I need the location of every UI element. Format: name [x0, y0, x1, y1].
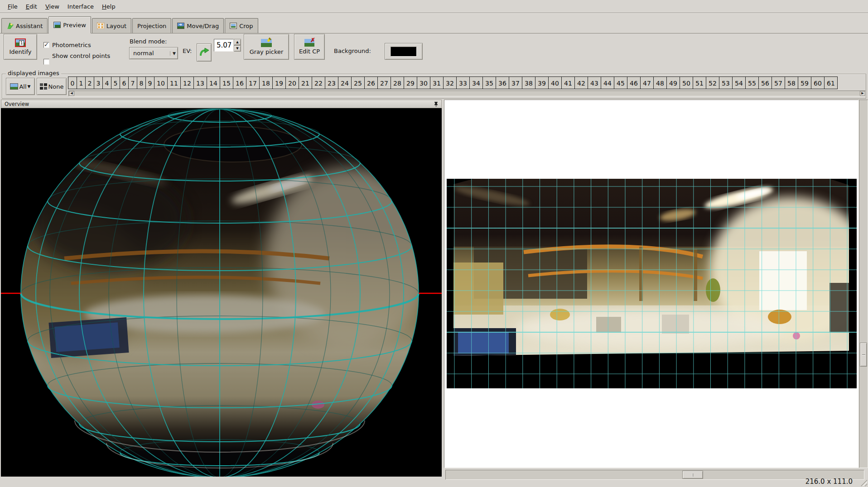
image-toggle-12[interactable]: 12 — [180, 76, 194, 89]
image-toggle-14[interactable]: 14 — [207, 76, 220, 89]
image-toggle-51[interactable]: 51 — [693, 76, 706, 89]
ev-reset-button[interactable] — [197, 43, 212, 62]
ev-spinner[interactable] — [214, 39, 234, 52]
image-toggle-13[interactable]: 13 — [193, 76, 207, 89]
image-strip-scrollbar[interactable]: ◀ ▶ — [68, 91, 866, 96]
image-toggle-40[interactable]: 40 — [548, 76, 562, 89]
image-toggle-47[interactable]: 47 — [640, 76, 654, 89]
preview-panel[interactable] — [444, 100, 859, 468]
show-all-images-button[interactable]: All ▼ — [6, 78, 35, 95]
image-toggle-36[interactable]: 36 — [496, 76, 509, 89]
image-toggle-56[interactable]: 56 — [758, 76, 772, 89]
scroll-left-icon[interactable]: ◀ — [69, 91, 74, 96]
menu-view[interactable]: View — [41, 1, 63, 12]
image-toggle-19[interactable]: 19 — [272, 76, 286, 89]
show-control-points-checkbox[interactable] — [43, 59, 49, 65]
tab-projection[interactable]: Projection — [132, 18, 171, 33]
sphere-overview-canvas[interactable] — [1, 108, 442, 477]
image-toggle-23[interactable]: 23 — [325, 76, 338, 89]
gray-picker-button[interactable]: Gray picker — [244, 34, 289, 60]
image-toggle-44[interactable]: 44 — [601, 76, 614, 89]
image-toggle-3[interactable]: 3 — [94, 76, 103, 89]
image-toggle-30[interactable]: 30 — [417, 76, 430, 89]
edit-cp-button[interactable]: ✗ Edit CP — [294, 34, 325, 60]
show-none-images-button[interactable]: None — [37, 78, 67, 95]
image-toggle-39[interactable]: 39 — [535, 76, 549, 89]
image-toggle-18[interactable]: 18 — [259, 76, 273, 89]
menu-file[interactable]: File — [4, 1, 22, 12]
image-toggle-16[interactable]: 16 — [233, 76, 246, 89]
image-toggle-34[interactable]: 34 — [469, 76, 483, 89]
window-resize-grip[interactable] — [859, 478, 867, 486]
image-toggle-10[interactable]: 10 — [154, 76, 168, 89]
ev-spin-down-button[interactable]: ▼ — [234, 45, 241, 52]
image-toggle-43[interactable]: 43 — [588, 76, 601, 89]
image-toggle-26[interactable]: 26 — [364, 76, 378, 89]
show-control-points-label: Show control points — [52, 53, 110, 59]
overview-titlebar: Overview — [1, 100, 442, 108]
image-toggle-59[interactable]: 59 — [798, 76, 811, 89]
image-toggle-11[interactable]: 11 — [167, 76, 181, 89]
image-toggle-48[interactable]: 48 — [653, 76, 667, 89]
image-toggle-6[interactable]: 6 — [120, 76, 129, 89]
image-toggle-46[interactable]: 46 — [627, 76, 641, 89]
image-toggle-38[interactable]: 38 — [522, 76, 535, 89]
image-toggle-24[interactable]: 24 — [338, 76, 352, 89]
image-toggle-27[interactable]: 27 — [377, 76, 391, 89]
tab-move-drag[interactable]: Move/Drag — [172, 18, 224, 33]
image-toggle-22[interactable]: 22 — [312, 76, 325, 89]
image-toggle-54[interactable]: 54 — [732, 76, 746, 89]
pin-icon[interactable] — [434, 101, 438, 107]
tab-preview[interactable]: Preview — [48, 16, 91, 33]
image-toggle-20[interactable]: 20 — [285, 76, 299, 89]
background-color-button[interactable] — [385, 43, 423, 60]
tab-assistant[interactable]: Assistant — [1, 18, 48, 33]
image-toggle-45[interactable]: 45 — [614, 76, 627, 89]
image-toggle-60[interactable]: 60 — [811, 76, 825, 89]
vertical-scrollbar-thumb[interactable] — [860, 343, 867, 367]
image-toggle-0[interactable]: 0 — [68, 76, 77, 89]
ev-spin-up-button[interactable]: ▲ — [234, 39, 241, 45]
image-toggle-37[interactable]: 37 — [509, 76, 522, 89]
identify-button[interactable]: 1 Identify — [4, 34, 37, 60]
image-toggle-42[interactable]: 42 — [574, 76, 588, 89]
image-toggle-5[interactable]: 5 — [111, 76, 120, 89]
image-toggle-32[interactable]: 32 — [443, 76, 457, 89]
image-toggle-31[interactable]: 31 — [430, 76, 444, 89]
image-toggle-52[interactable]: 52 — [706, 76, 719, 89]
image-toggle-4[interactable]: 4 — [102, 76, 111, 89]
image-toggle-61[interactable]: 61 — [824, 76, 838, 89]
image-toggle-57[interactable]: 57 — [772, 76, 785, 89]
menu-help[interactable]: Help — [98, 1, 120, 12]
image-toggle-53[interactable]: 53 — [719, 76, 733, 89]
tab-layout[interactable]: Layout — [92, 18, 131, 33]
image-toggle-50[interactable]: 50 — [680, 76, 693, 89]
image-toggle-58[interactable]: 58 — [785, 76, 798, 89]
preview-vertical-scrollbar[interactable] — [859, 100, 868, 468]
image-toggle-33[interactable]: 33 — [456, 76, 470, 89]
menu-edit[interactable]: Edit — [22, 1, 41, 12]
image-toggle-7[interactable]: 7 — [128, 76, 137, 89]
tab-crop[interactable]: Crop — [225, 18, 258, 33]
photometrics-checkbox[interactable] — [43, 42, 49, 48]
image-toggle-8[interactable]: 8 — [137, 76, 146, 89]
image-toggle-35[interactable]: 35 — [482, 76, 496, 89]
image-toggle-15[interactable]: 15 — [220, 76, 233, 89]
image-toggle-28[interactable]: 28 — [391, 76, 404, 89]
ev-input[interactable] — [214, 39, 233, 51]
image-toggle-55[interactable]: 55 — [745, 76, 759, 89]
overview-panel: Overview — [1, 100, 442, 477]
image-toggle-1[interactable]: 1 — [77, 76, 86, 89]
image-toggle-49[interactable]: 49 — [666, 76, 680, 89]
image-toggle-17[interactable]: 17 — [246, 76, 260, 89]
scroll-right-icon[interactable]: ▶ — [860, 91, 865, 96]
image-toggle-29[interactable]: 29 — [404, 76, 417, 89]
image-toggle-9[interactable]: 9 — [145, 76, 154, 89]
status-bar: 216.0 x 111.0 — [0, 477, 868, 487]
image-toggle-41[interactable]: 41 — [561, 76, 575, 89]
menu-interface[interactable]: Interface — [63, 1, 98, 12]
blend-mode-select[interactable]: normal ▼ — [129, 47, 178, 59]
image-toggle-25[interactable]: 25 — [351, 76, 365, 89]
image-toggle-21[interactable]: 21 — [299, 76, 312, 89]
image-toggle-2[interactable]: 2 — [85, 76, 94, 89]
